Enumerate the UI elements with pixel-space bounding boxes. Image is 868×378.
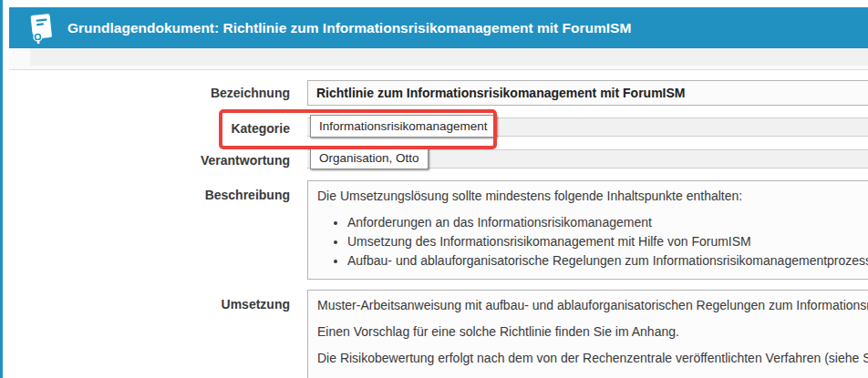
kategorie-tag-button[interactable]: Informationsrisikomanagement <box>310 115 497 138</box>
kategorie-label: Kategorie <box>0 115 290 136</box>
field-row-beschreibung: Beschreibung Die Umsetzungslösung sollte… <box>0 180 868 280</box>
beschreibung-bullet-list: Anforderungen an das Informationsrisikom… <box>317 215 868 268</box>
field-row-verantwortung: Verantwortung Organisation, Otto <box>0 147 868 169</box>
bezeichnung-field[interactable]: Richtlinie zum Informationsrisikomanagem… <box>307 80 868 106</box>
umsetzung-paragraph: Einen Vorschlag für eine solche Richtlin… <box>317 324 868 339</box>
umsetzung-label: Umsetzung <box>0 290 290 312</box>
field-row-kategorie: Kategorie Informationsrisikomanagement <box>0 115 868 138</box>
bullet-item: Anforderungen an das Informationsrisikom… <box>347 215 868 230</box>
umsetzung-paragraph: Muster-Arbeitsanweisung mit aufbau- und … <box>317 298 868 312</box>
bezeichnung-label: Bezeichnung <box>0 80 290 100</box>
bullet-item: Umsetzung des Informationsrisikomanageme… <box>347 234 868 249</box>
umsetzung-paragraph: Die Risikobewertung erfolgt nach dem von… <box>317 351 868 378</box>
field-row-umsetzung: Umsetzung Muster-Arbeitsanweisung mit au… <box>0 290 868 378</box>
bullet-item: Aufbau- und ablauforganisatorische Regel… <box>347 253 868 268</box>
umsetzung-field[interactable]: Muster-Arbeitsanweisung mit aufbau- und … <box>307 290 868 378</box>
beschreibung-intro: Die Umsetzungslösung sollte mindestens f… <box>317 189 868 203</box>
beschreibung-label: Beschreibung <box>0 180 290 202</box>
form-content: Bezeichnung Richtlinie zum Informationsr… <box>0 0 868 378</box>
verantwortung-label: Verantwortung <box>0 147 290 168</box>
field-row-bezeichnung: Bezeichnung Richtlinie zum Informationsr… <box>0 80 868 106</box>
verantwortung-tag-button[interactable]: Organisation, Otto <box>310 147 429 169</box>
beschreibung-field[interactable]: Die Umsetzungslösung sollte mindestens f… <box>307 180 868 280</box>
